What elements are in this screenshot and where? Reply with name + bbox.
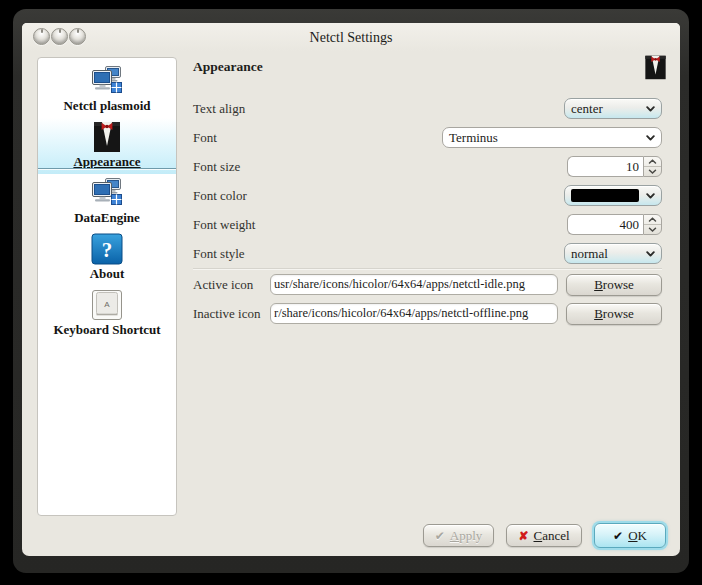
sidebar-item-label: About: [90, 266, 125, 281]
sidebar-item-label: DataEngine: [74, 210, 140, 225]
font-size-row: Font size: [193, 152, 662, 181]
sidebar-item-label: Netctl plasmoid: [63, 98, 150, 113]
font-size-label: Font size: [193, 159, 240, 175]
sidebar: Netctl plasmoid Appearance DataEngine Ab…: [37, 57, 177, 516]
spin-up-icon[interactable]: [644, 157, 661, 167]
sidebar-item-label: Keyboard Shortcut: [53, 322, 160, 337]
check-icon: ✔: [435, 530, 445, 542]
inactive-icon-row: Inactive icon Browse: [193, 299, 662, 328]
active-icon-path-input[interactable]: [270, 274, 558, 295]
browse-button[interactable]: Browse: [566, 274, 662, 296]
tuxedo-icon: [643, 55, 668, 80]
font-style-select[interactable]: normal: [564, 243, 662, 264]
spin-down-icon[interactable]: [644, 167, 661, 176]
sidebar-item-label: Appearance: [73, 154, 140, 169]
sidebar-item-appearance[interactable]: Appearance: [38, 118, 176, 174]
spin-down-icon[interactable]: [644, 225, 661, 234]
ok-button[interactable]: ✔ OK: [594, 523, 666, 548]
browse-button[interactable]: Browse: [566, 303, 662, 325]
text-align-label: Text align: [193, 101, 245, 117]
sidebar-item-netctl-plasmoid[interactable]: Netctl plasmoid: [38, 62, 176, 118]
page-title: Appearance: [193, 57, 662, 75]
chevron-down-icon: [646, 106, 655, 112]
text-align-row: Text align center: [193, 94, 662, 123]
active-icon-row: Active icon Browse: [193, 270, 662, 299]
active-icon-label: Active icon: [193, 277, 270, 293]
cross-icon: ✘: [518, 530, 528, 542]
appearance-panel: Appearance Text align center Font Termin…: [193, 57, 662, 328]
chevron-down-icon: [646, 193, 655, 199]
apply-button[interactable]: ✔ Apply: [423, 524, 494, 547]
text-align-select[interactable]: center: [564, 98, 662, 119]
font-weight-spinbox: [567, 214, 662, 235]
font-color-label: Font color: [193, 188, 247, 204]
sidebar-item-about[interactable]: About: [38, 230, 176, 286]
chevron-down-icon: [646, 135, 655, 141]
inactive-icon-path-input[interactable]: [270, 303, 558, 324]
cancel-button[interactable]: ✘ Cancel: [506, 524, 582, 547]
font-size-spinbox: [567, 156, 662, 177]
window-content: Netctl Settings Netctl plasmoid Appearan…: [22, 23, 680, 556]
font-weight-input[interactable]: [567, 214, 643, 235]
titlebar: Netctl Settings: [22, 23, 680, 51]
sidebar-item-keyboard-shortcut[interactable]: Keyboard Shortcut: [38, 286, 176, 342]
computer-network-icon: [91, 65, 123, 97]
sidebar-item-dataengine[interactable]: DataEngine: [38, 174, 176, 230]
window-title: Netctl Settings: [22, 30, 680, 46]
color-swatch: [571, 189, 639, 202]
chevron-down-icon: [646, 251, 655, 257]
font-style-row: Font style normal: [193, 239, 662, 268]
tuxedo-icon: [91, 121, 123, 153]
font-style-label: Font style: [193, 246, 245, 262]
check-icon: ✔: [613, 530, 623, 542]
question-mark-icon: [91, 233, 123, 265]
font-weight-label: Font weight: [193, 217, 255, 233]
spin-up-icon[interactable]: [644, 215, 661, 225]
inactive-icon-label: Inactive icon: [193, 306, 270, 322]
font-size-input[interactable]: [567, 156, 643, 177]
font-color-select[interactable]: [564, 185, 662, 206]
font-label: Font: [193, 130, 217, 146]
font-row: Font Terminus: [193, 123, 662, 152]
dialog-button-box: ✔ Apply ✘ Cancel ✔ OK: [423, 523, 666, 548]
font-weight-row: Font weight: [193, 210, 662, 239]
font-select[interactable]: Terminus: [442, 127, 662, 148]
netctl-settings-window: Netctl Settings Netctl plasmoid Appearan…: [13, 9, 689, 573]
font-color-row: Font color: [193, 181, 662, 210]
computer-network-icon: [91, 177, 123, 209]
keyboard-key-icon: [91, 289, 123, 321]
